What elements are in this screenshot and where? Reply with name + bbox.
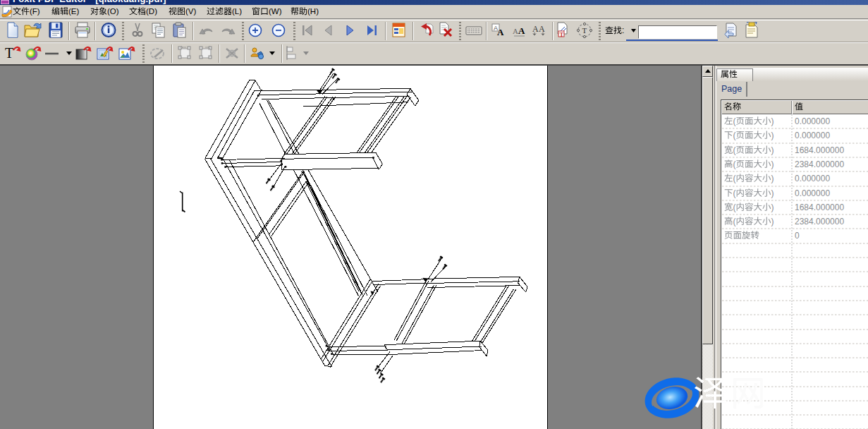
svg-text:): ) xyxy=(771,217,774,226)
svg-text:(: ( xyxy=(733,131,736,140)
svg-text:1684.000000: 1684.000000 xyxy=(795,203,844,212)
svg-text:(D): (D) xyxy=(146,7,157,16)
svg-text:(H): (H) xyxy=(307,7,319,16)
svg-text:): ) xyxy=(771,203,774,212)
svg-text:(: ( xyxy=(733,203,736,212)
svg-text:A: A xyxy=(518,25,525,36)
svg-text:): ) xyxy=(771,159,774,169)
svg-text:(F): (F) xyxy=(30,7,40,16)
svg-text:(O): (O) xyxy=(107,7,119,16)
svg-text::: : xyxy=(622,25,624,35)
svg-text:): ) xyxy=(771,116,774,126)
svg-text:A: A xyxy=(497,27,504,37)
svg-text:T: T xyxy=(582,26,587,35)
svg-text:T: T xyxy=(5,45,13,61)
svg-text:(L): (L) xyxy=(232,7,242,16)
svg-text:2384.000000: 2384.000000 xyxy=(795,217,844,226)
svg-text:Page: Page xyxy=(721,84,742,94)
svg-text:(E): (E) xyxy=(68,7,80,16)
svg-text:): ) xyxy=(771,174,774,183)
svg-text:T: T xyxy=(560,31,564,38)
svg-text:(: ( xyxy=(733,159,736,169)
svg-text:): ) xyxy=(771,131,774,140)
svg-text:0: 0 xyxy=(795,231,800,241)
svg-text:A: A xyxy=(539,24,545,34)
svg-text:0.000000: 0.000000 xyxy=(795,116,830,126)
svg-text:A: A xyxy=(513,27,518,35)
svg-text:0.000000: 0.000000 xyxy=(795,188,830,198)
svg-text:): ) xyxy=(771,188,774,198)
svg-text:A: A xyxy=(532,24,539,34)
svg-text:): ) xyxy=(771,145,774,155)
svg-text:(: ( xyxy=(733,217,736,226)
svg-text:(V): (V) xyxy=(185,7,197,16)
svg-text:2384.000000: 2384.000000 xyxy=(795,159,844,169)
svg-text:0.000000: 0.000000 xyxy=(795,131,830,140)
svg-text:(: ( xyxy=(733,116,736,126)
svg-text:(: ( xyxy=(733,174,736,183)
svg-text:(: ( xyxy=(733,145,736,155)
svg-text:(W): (W) xyxy=(269,7,282,16)
svg-text:0.000000: 0.000000 xyxy=(795,174,830,183)
svg-text:(: ( xyxy=(733,188,736,198)
svg-text:1684.000000: 1684.000000 xyxy=(795,145,844,155)
